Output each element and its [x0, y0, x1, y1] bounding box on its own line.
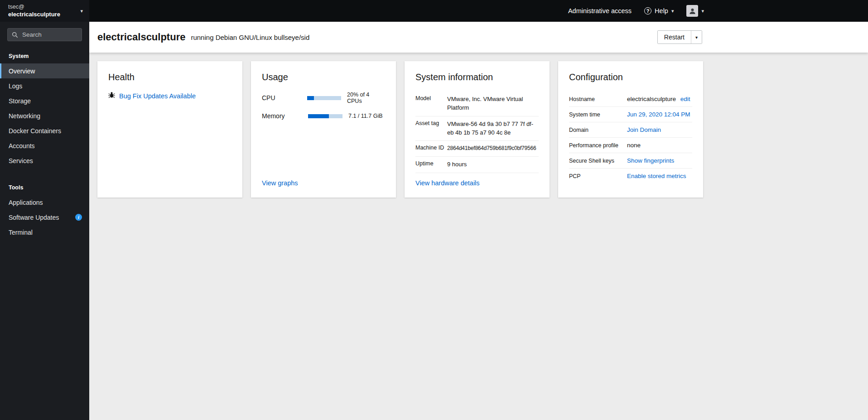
cfg-row-hostname: Hostname electricalsculpture edit — [569, 92, 692, 107]
usage-card: Usage CPU 20% of 4 CPUs Memory 7.1 / — [251, 61, 396, 198]
system-time-link[interactable]: Jun 29, 2020 12:04 PM — [627, 111, 690, 118]
info-row-uptime: Uptime 9 hours — [415, 157, 539, 173]
cfg-row-domain: Domain Join Domain — [569, 122, 692, 138]
hostname-edit-link[interactable]: edit — [680, 96, 690, 102]
system-information-table: Model VMware, Inc. VMware Virtual Platfo… — [415, 92, 539, 173]
cfg-row-performance-profile: Performance profile none — [569, 138, 692, 153]
health-updates-row: Bug Fix Updates Available — [108, 92, 231, 100]
usage-row-cpu: CPU 20% of 4 CPUs — [262, 92, 385, 104]
asset-tag-label: Asset tag — [415, 120, 447, 137]
system-information-card-title: System information — [415, 72, 539, 82]
pcp-label: PCP — [569, 173, 627, 179]
sidebar-item-label: Applications — [9, 199, 43, 206]
host-switcher[interactable]: tsec@ electricalsculpture ▾ — [0, 0, 89, 22]
sidebar-item-storage[interactable]: Storage — [0, 93, 89, 108]
os-release-text: running Debian GNU/Linux bullseye/sid — [191, 34, 309, 41]
search-icon — [12, 32, 18, 38]
hostname-value: electricalsculpture — [627, 96, 676, 102]
page-header: electricalsculpture running Debian GNU/L… — [89, 22, 868, 53]
info-row-model: Model VMware, Inc. VMware Virtual Platfo… — [415, 92, 539, 116]
question-circle-icon: ? — [644, 7, 651, 14]
sidebar-item-label: Overview — [9, 68, 35, 75]
hostname-label: Hostname — [569, 96, 627, 102]
cpu-progress-fill — [307, 96, 314, 100]
sidebar-item-overview[interactable]: Overview — [0, 63, 89, 78]
sidebar-item-label: Software Updates — [9, 214, 59, 221]
view-graphs-link[interactable]: View graphs — [262, 179, 385, 187]
memory-progress-fill — [308, 114, 329, 118]
restart-button[interactable]: Restart — [658, 31, 691, 43]
chevron-down-icon: ▾ — [701, 8, 704, 14]
hostname-value-group: electricalsculpture edit — [627, 96, 690, 102]
bug-icon — [108, 92, 115, 100]
sidebar-item-label: Docker Containers — [9, 127, 61, 135]
sidebar-item-logs[interactable]: Logs — [0, 78, 89, 93]
sidebar-item-label: Accounts — [9, 142, 35, 150]
sidebar-item-label: Terminal — [9, 229, 33, 236]
cpu-progress-bar — [307, 96, 341, 100]
cfg-row-secure-shell-keys: Secure Shell keys Show fingerprints — [569, 153, 692, 169]
chevron-down-icon: ▾ — [671, 8, 674, 14]
sidebar-search — [7, 28, 82, 41]
user-avatar-icon — [686, 5, 698, 17]
performance-profile-value: none — [627, 142, 641, 149]
sidebar-nav: System Overview Logs Storage Networking … — [0, 45, 89, 240]
usage-card-title: Usage — [262, 72, 385, 82]
chevron-down-icon: ▾ — [695, 35, 698, 40]
sidebar-item-label: Storage — [9, 97, 31, 105]
memory-usage-value: 7.1 / 11.7 GiB — [348, 113, 383, 119]
sidebar-item-services[interactable]: Services — [0, 153, 89, 168]
secure-shell-keys-label: Secure Shell keys — [569, 158, 627, 164]
sidebar-item-applications[interactable]: Applications — [0, 195, 89, 210]
info-icon: i — [75, 214, 82, 221]
show-fingerprints-link[interactable]: Show fingerprints — [627, 157, 674, 164]
search-input[interactable] — [7, 28, 82, 41]
sidebar-item-docker-containers[interactable]: Docker Containers — [0, 123, 89, 138]
join-domain-link[interactable]: Join Domain — [627, 126, 661, 133]
restart-split-button: Restart ▾ — [657, 30, 702, 44]
asset-tag-value: VMware-56 4d 9a 30 b7 77 7f df-eb 4b 1b … — [447, 120, 539, 137]
memory-label: Memory — [262, 112, 308, 120]
model-label: Model — [415, 95, 447, 112]
enable-stored-metrics-link[interactable]: Enable stored metrics — [627, 173, 686, 179]
uptime-value: 9 hours — [447, 160, 539, 169]
host-switcher-label: tsec@ electricalsculpture — [8, 3, 60, 18]
health-card-title: Health — [108, 72, 231, 82]
sidebar-item-label: Logs — [9, 82, 22, 90]
topbar: Administrative access ? Help ▾ ▾ — [89, 0, 868, 22]
uptime-label: Uptime — [415, 160, 447, 169]
configuration-card: Configuration Hostname electricalsculptu… — [558, 61, 703, 198]
host-name: electricalsculpture — [8, 11, 60, 19]
topbar-actions: Administrative access ? Help ▾ ▾ — [89, 5, 710, 17]
configuration-table: Hostname electricalsculpture edit System… — [569, 92, 692, 183]
session-menu[interactable]: ▾ — [686, 5, 704, 17]
sidebar-item-terminal[interactable]: Terminal — [0, 225, 89, 240]
chevron-down-icon: ▾ — [80, 8, 83, 14]
page-title-hostname: electricalsculpture — [97, 31, 185, 43]
bug-fix-updates-link[interactable]: Bug Fix Updates Available — [119, 92, 196, 100]
machine-id-value: 2864d41bef864d759b681f9c0bf79566 — [447, 145, 539, 152]
sidebar-item-label: Networking — [9, 112, 40, 120]
help-menu[interactable]: ? Help ▾ — [644, 7, 674, 14]
cfg-row-pcp: PCP Enable stored metrics — [569, 169, 692, 183]
sidebar-item-networking[interactable]: Networking — [0, 108, 89, 123]
view-hardware-details-link[interactable]: View hardware details — [415, 179, 539, 187]
cpu-label: CPU — [262, 94, 307, 101]
administrative-access-button[interactable]: Administrative access — [568, 7, 632, 14]
info-row-machine-id: Machine ID 2864d41bef864d759b681f9c0bf79… — [415, 141, 539, 156]
system-time-label: System time — [569, 111, 627, 118]
main-column: Administrative access ? Help ▾ ▾ — [89, 0, 868, 420]
domain-label: Domain — [569, 127, 627, 133]
cockpit-app: tsec@ electricalsculpture ▾ System Overv… — [0, 0, 868, 420]
sidebar-item-label: Services — [9, 157, 33, 164]
restart-dropdown-toggle[interactable]: ▾ — [691, 31, 702, 43]
nav-section-tools: Tools Applications Software Updates i Te… — [0, 179, 89, 240]
sidebar-item-accounts[interactable]: Accounts — [0, 138, 89, 153]
sidebar-item-software-updates[interactable]: Software Updates i — [0, 210, 89, 225]
nav-section-tools-title: Tools — [0, 179, 89, 195]
help-label: Help — [655, 7, 668, 14]
health-card: Health — [97, 61, 242, 198]
overview-content: Health — [89, 53, 868, 420]
performance-profile-label: Performance profile — [569, 142, 627, 149]
machine-id-label: Machine ID — [415, 145, 447, 152]
